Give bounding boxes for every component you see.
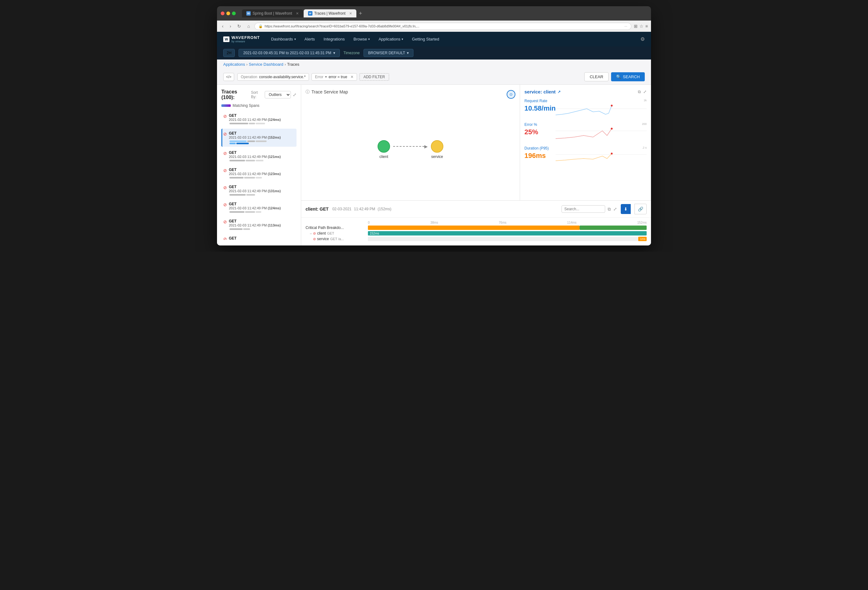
copy-icon[interactable]: ⧉	[638, 90, 641, 94]
svg-point-3	[611, 128, 613, 129]
dashboards-chevron: ▾	[294, 37, 296, 41]
fullscreen-icon[interactable]: ⤢	[643, 90, 647, 94]
trace-detail-panel: client: GET 02-03-2021 11:42:49 PM (152m…	[301, 200, 651, 246]
link-button[interactable]: 🔗	[635, 204, 647, 214]
service-label: service	[431, 154, 443, 159]
trace-method-6: GET	[229, 202, 295, 206]
tab-traces[interactable]: W Traces | Wavefront ✕	[304, 9, 356, 18]
copy-trace-icon[interactable]: ⧉	[608, 206, 611, 212]
trace-method-4: GET	[229, 168, 295, 172]
focus-button[interactable]: ⊙	[507, 90, 515, 99]
clear-button[interactable]: CLEAR	[584, 72, 608, 81]
search-button[interactable]: 🔍 SEARCH	[611, 72, 645, 81]
maximize-button[interactable]	[232, 12, 236, 15]
trace-info-7: GET 2021-02-03 11:42:49 PM (113ms)	[229, 219, 295, 227]
service-span-label-area: ⊘ service GET /a...	[306, 237, 368, 241]
metric-duration: Duration (P95) 196ms .2 s	[524, 146, 647, 165]
trace-item-2[interactable]: ⊘ GET 2021-02-03 11:42:49 PM (152ms)	[221, 129, 297, 147]
code-toggle-button[interactable]: </>	[223, 73, 234, 81]
new-tab-button[interactable]: +	[357, 9, 364, 18]
browser-nav-icons: ⊞ ☆ ≡	[634, 24, 648, 29]
trace-method-7: GET	[229, 219, 295, 224]
client-span-label: client	[317, 231, 326, 235]
applications-chevron: ▾	[402, 37, 403, 41]
search-actions: CLEAR 🔍 SEARCH	[584, 72, 645, 81]
metric-err-label: Error %	[524, 122, 556, 127]
nav-alerts[interactable]: Alerts	[301, 35, 319, 43]
extensions-icon[interactable]: ⊞	[634, 24, 638, 29]
filter-err-close[interactable]: ✕	[350, 75, 354, 79]
app-header: W WAVEFRONT by vmware Dashboards ▾ Alert…	[217, 32, 651, 46]
time-range-chevron: ▾	[333, 51, 335, 55]
client-circle	[378, 140, 390, 153]
breadcrumb-sep-2: ›	[285, 62, 286, 67]
nav-getting-started[interactable]: Getting Started	[408, 35, 443, 43]
external-link-icon[interactable]: ↗	[558, 90, 561, 94]
tab-spring-boot[interactable]: W Spring Boot | Wavefront ✕	[242, 9, 303, 18]
minimize-button[interactable]	[226, 12, 230, 15]
metrics-panel-actions: ⧉ ⤢	[638, 90, 647, 94]
filter-err-dropdown[interactable]: ▾	[325, 75, 327, 78]
trace-item-3[interactable]: ⊘ GET 2021-02-03 11:42:49 PM (121ms)	[221, 148, 297, 164]
trace-time-5: 2021-02-03 11:42:49 PM (131ms)	[229, 189, 295, 193]
trace-item-7[interactable]: ⊘ GET 2021-02-03 11:42:49 PM (113ms)	[221, 216, 297, 232]
trace-item-5[interactable]: ⊘ GET 2021-02-03 11:42:49 PM (131ms)	[221, 182, 297, 198]
download-button[interactable]: ⬇	[621, 204, 631, 214]
nav-browse[interactable]: Browse ▾	[350, 35, 373, 43]
trace-time-1: 2021-02-03 11:42:49 PM (124ms)	[229, 118, 295, 122]
home-button[interactable]: ⌂	[245, 22, 252, 30]
trace-item-8[interactable]: ⊘ GET	[221, 234, 297, 240]
address-bar[interactable]: 🔒 https://wavefront.surf/tracing/search?…	[254, 23, 631, 30]
tab-close-traces[interactable]: ✕	[349, 12, 352, 16]
trace-row-2: ⊘ GET 2021-02-03 11:42:49 PM (152ms)	[223, 131, 295, 139]
error-icon-4: ⊘	[223, 168, 227, 173]
breadcrumb-applications[interactable]: Applications	[223, 62, 245, 67]
add-filter-button[interactable]: ADD FILTER	[359, 73, 389, 81]
service-map-panel: ⓘ Trace Service Map ⊙ client	[301, 85, 520, 200]
tick-114: 114ms	[567, 221, 576, 224]
trace-item-6[interactable]: ⊘ GET 2021-02-03 11:42:49 PM (124ms)	[221, 199, 297, 215]
settings-icon[interactable]: ⚙	[641, 36, 645, 42]
nav-integrations[interactable]: Integrations	[320, 35, 348, 43]
main-area: Traces (100): Sort By: Outliers Duration…	[217, 85, 651, 246]
map-nodes: client ▶ service	[378, 140, 443, 159]
client-error-icon: ⊘	[313, 231, 316, 235]
client-expand-icon[interactable]: –	[310, 231, 312, 235]
tick-152: 152ms	[637, 221, 647, 224]
trace-detail-header: client: GET 02-03-2021 11:42:49 PM (152m…	[301, 201, 651, 218]
tab-close-spring[interactable]: ✕	[296, 12, 299, 16]
error-icon-5: ⊘	[223, 185, 227, 190]
expand-button[interactable]: ⤢	[293, 92, 297, 97]
ssl-icon: 🔒	[258, 24, 263, 28]
filter-op-label: Operation	[241, 75, 257, 79]
breadcrumb-service-dashboard[interactable]: Service Dashboard	[249, 62, 283, 67]
trace-info-1: GET 2021-02-03 11:42:49 PM (124ms)	[229, 113, 295, 122]
metric-rr-chart: 1k 10:00 PM 11:00 PM	[556, 99, 647, 118]
client-span-duration: 152ms	[370, 232, 379, 235]
timezone-selector[interactable]: BROWSER DEFAULT ▾	[363, 49, 413, 57]
menu-icon[interactable]: ≡	[645, 24, 648, 29]
refresh-button[interactable]: ↻	[235, 22, 243, 30]
nav-dashboards[interactable]: Dashboards ▾	[267, 35, 299, 43]
expand-trace-icon[interactable]: ⤢	[613, 206, 617, 212]
metric-dur-left: Duration (P95) 196ms	[524, 146, 556, 160]
trace-item-1[interactable]: ⊘ GET 2021-02-03 11:42:49 PM (124ms)	[221, 111, 297, 127]
tab-title-spring: Spring Boot | Wavefront	[252, 11, 292, 16]
metric-rr-label: Request Rate	[524, 99, 556, 103]
trace-item-4[interactable]: ⊘ GET 2021-02-03 11:42:49 PM (123ms)	[221, 165, 297, 181]
forward-button[interactable]: ›	[228, 22, 233, 30]
sort-select[interactable]: Outliers Duration Time	[265, 91, 291, 99]
service-span-duration: 1ms	[640, 237, 645, 240]
metric-dur-value: 196ms	[524, 152, 556, 160]
time-range-selector[interactable]: 2021-02-03 09:45:31 PM to 2021-02-03 11:…	[239, 49, 340, 57]
duration-button[interactable]: 2H	[223, 49, 235, 57]
error-icon-6: ⊘	[223, 202, 227, 207]
url-text: https://wavefront.surf/tracing/search?tr…	[265, 24, 623, 28]
trace-bars-5	[229, 194, 295, 196]
bookmark-icon[interactable]: ☆	[639, 24, 644, 29]
nav-applications[interactable]: Applications ▾	[375, 35, 407, 43]
close-button[interactable]	[221, 12, 224, 15]
trace-search-input[interactable]	[561, 205, 605, 213]
dur-y-2s: .2 s	[642, 146, 647, 149]
back-button[interactable]: ‹	[220, 22, 226, 30]
